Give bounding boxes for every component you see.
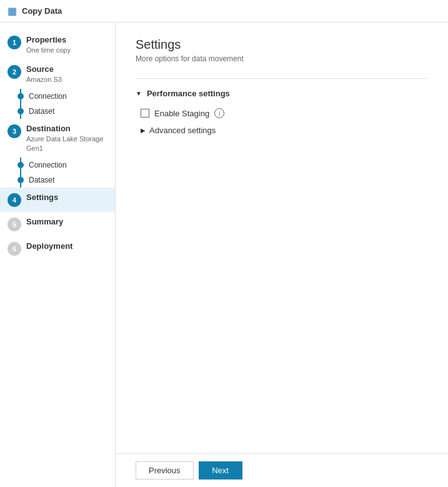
step-label-summary: Summary [26,217,63,228]
step-number-5: 5 [7,218,21,231]
sidebar-item-settings[interactable]: 4 Settings [0,188,115,212]
copy-data-icon: ▦ [7,5,17,17]
app-title: Copy Data [22,6,62,16]
destination-connection-item[interactable]: Connection [17,158,115,173]
page-subtitle: More options for data movement [136,54,428,63]
sidebar: 1 Properties One time copy 2 Source Amaz… [0,23,116,487]
source-dataset-label: Dataset [29,107,54,116]
step-sublabel-destination: Azure Data Lake Storage Gen1 [26,134,107,153]
sidebar-item-destination[interactable]: 3 Destination Azure Data Lake Storage Ge… [0,119,115,157]
sidebar-item-properties[interactable]: 1 Properties One time copy [0,30,115,59]
step-number-2: 2 [7,65,21,79]
sidebar-item-deployment[interactable]: 6 Deployment [0,236,115,261]
info-icon[interactable]: i [214,108,224,118]
content-inner: Settings More options for data movement … [116,23,448,453]
step-text-source: Source Amazon S3 [26,64,62,84]
destination-dataset-label: Dataset [29,176,54,184]
step-label-settings: Settings [26,193,58,203]
step-sublabel-properties: One time copy [26,46,71,54]
source-subitems: Connection Dataset [0,89,115,119]
step-number-3: 3 [7,124,21,138]
destination-subitems: Connection Dataset [0,158,115,188]
enable-staging-row: Enable Staging i [136,108,428,118]
step-number-4: 4 [7,193,21,207]
destination-dataset-item[interactable]: Dataset [17,173,115,188]
step-text-properties: Properties One time copy [26,35,71,54]
source-dataset-item[interactable]: Dataset [17,104,115,119]
source-connection-item[interactable]: Connection [17,89,115,104]
top-bar: ▦ Copy Data [0,0,448,23]
performance-section-header: ▼ Performance settings [136,89,428,98]
expand-arrow-icon: ▶ [141,127,146,134]
next-button[interactable]: Next [199,461,242,479]
previous-button[interactable]: Previous [136,461,194,479]
step-text-destination: Destination Azure Data Lake Storage Gen1 [26,124,107,152]
enable-staging-checkbox[interactable] [141,109,149,118]
source-connection-label: Connection [29,92,67,101]
step-label-deployment: Deployment [26,241,72,252]
step-text-settings: Settings [26,193,58,203]
source-dataset-dot [17,108,24,114]
step-number-6: 6 [7,242,21,256]
divider [136,78,428,79]
step-number-1: 1 [7,36,21,49]
main-layout: 1 Properties One time copy 2 Source Amaz… [0,23,448,487]
sidebar-item-source[interactable]: 2 Source Amazon S3 [0,59,115,89]
advanced-settings-label: Advanced settings [149,126,216,135]
destination-connection-dot [17,162,24,168]
step-label-source: Source [26,64,62,75]
content-area: Settings More options for data movement … [116,23,448,487]
footer: Previous Next [116,453,448,487]
enable-staging-label: Enable Staging [154,109,209,118]
step-text-summary: Summary [26,217,63,228]
step-sublabel-source: Amazon S3 [26,75,62,84]
step-label-destination: Destination [26,124,107,134]
advanced-settings-row[interactable]: ▶ Advanced settings [136,126,428,135]
collapse-icon[interactable]: ▼ [136,90,142,97]
source-connection-dot [17,93,24,99]
destination-connection-label: Connection [29,161,67,169]
page-title: Settings [136,38,428,52]
performance-section-label: Performance settings [147,89,230,98]
step-text-deployment: Deployment [26,241,72,252]
step-label-properties: Properties [26,35,71,46]
destination-dataset-dot [17,177,24,183]
sidebar-item-summary[interactable]: 5 Summary [0,212,115,236]
